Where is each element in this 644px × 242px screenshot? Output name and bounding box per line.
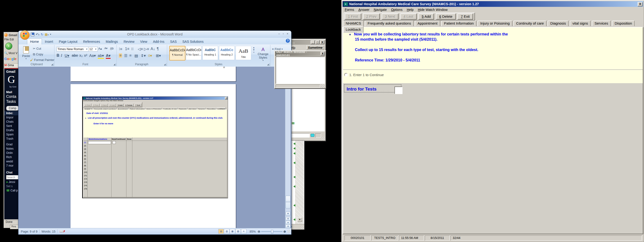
exit-button[interactable]: 7 Exit	[458, 13, 473, 20]
word-count[interactable]: Words: 15	[42, 230, 56, 233]
page-indicator[interactable]: Page: 9 of 9	[21, 230, 38, 233]
ribbon-tab-home[interactable]: Home	[27, 38, 42, 44]
menu-help[interactable]: Help	[405, 7, 416, 12]
ribbon-tab-sas-solutions[interactable]: SAS Solutions	[180, 39, 206, 44]
increase-indent-button[interactable]: ▷≡	[144, 47, 149, 51]
add-button[interactable]: 5 Add	[418, 13, 434, 20]
menu-navigate[interactable]: Navigate	[372, 7, 389, 12]
continue-radio[interactable]	[344, 73, 348, 77]
embedded-screenshot[interactable]: National Hospital Ambulatory Medical Car…	[82, 96, 228, 198]
next-page-button[interactable]: ⇊	[286, 224, 290, 228]
resize-grip[interactable]	[288, 230, 291, 233]
cut-button[interactable]: ✂ Cut	[33, 47, 41, 50]
ribbon-tab-page-layout[interactable]: Page Layout	[56, 39, 80, 44]
tab-nhamcs[interactable]: NHAMCS	[343, 20, 364, 26]
print-layout-view-button[interactable]: ▤	[218, 229, 224, 234]
maximize-button[interactable]: □	[315, 40, 320, 44]
clipboard-dialog-launcher[interactable]: ◢	[52, 63, 54, 66]
font-size-combo[interactable]: 12▼	[88, 47, 98, 52]
tab-patient-information[interactable]: Patient Information	[441, 20, 476, 26]
decrease-indent-button[interactable]: ◁≡	[138, 47, 143, 51]
qat-more-button[interactable]: ▾	[50, 33, 51, 35]
change-styles-button[interactable]: A Change Styles▾	[257, 47, 269, 61]
tab-vital-signs[interactable]: vital signs	[570, 20, 591, 26]
close-button[interactable]: X	[320, 52, 324, 56]
tab-lookback[interactable]: Lookback	[343, 26, 364, 33]
chat-search-input[interactable]	[6, 175, 20, 179]
ribbon-tab-insert[interactable]: Insert	[42, 39, 56, 44]
underline-button[interactable]: U▾	[65, 53, 69, 58]
draft-view-button[interactable]: ≡	[241, 229, 246, 234]
scrollbar-thumb[interactable]	[286, 196, 290, 208]
shading-button[interactable]: ◊▾	[148, 53, 152, 58]
tab-appointment[interactable]: Appointment	[415, 20, 440, 26]
undo-button[interactable]: ↶▾	[36, 33, 39, 36]
multilevel-list-button[interactable]: ⁝⁝	[131, 47, 134, 51]
save-button[interactable]	[31, 33, 34, 36]
bullets-button[interactable]: ⁝≡	[119, 47, 122, 51]
dep-titlebar[interactable]: DEP Watch Window - 00020101 X	[275, 51, 325, 56]
redo-button[interactable]: ↻	[41, 33, 43, 36]
close-button[interactable]: X	[638, 2, 642, 6]
delete-button[interactable]: 6 Delete	[436, 13, 456, 20]
paste-dropdown-arrow[interactable]: ▾	[22, 58, 30, 60]
line-spacing-button[interactable]: ⇕▾	[141, 53, 146, 58]
continue-radio-label[interactable]: 1. Enter 1 to Continue	[349, 73, 384, 77]
web-layout-view-button[interactable]: ▦	[230, 229, 235, 234]
shrink-font-button[interactable]: A▾	[104, 47, 108, 50]
zoom-in-button[interactable]: ⊕	[284, 230, 286, 233]
grow-font-button[interactable]: A▴	[98, 47, 102, 50]
italic-button[interactable]: I	[61, 53, 62, 58]
office-button[interactable]	[20, 30, 30, 40]
change-case-button[interactable]: Aa▾	[89, 53, 96, 58]
tab-services[interactable]: Services	[592, 20, 611, 26]
select-browse-object-button[interactable]: ●	[286, 221, 290, 224]
vertical-scrollbar[interactable]: ▲ ▼ ⇈ ● ⇊	[285, 67, 290, 228]
tab-injury-or-poisoning[interactable]: Injury or Poisoning	[478, 20, 512, 26]
scroll-down-button[interactable]: ▼	[286, 212, 290, 216]
document-page-9[interactable]: National Hospital Ambulatory Medical Car…	[70, 84, 236, 228]
outline-view-button[interactable]: ▧	[235, 229, 241, 234]
next-button[interactable]: 3 Next	[382, 13, 398, 20]
dep-content[interactable]	[276, 56, 325, 84]
chat-contact[interactable]: Jessi	[9, 180, 15, 184]
window-controls[interactable]: – ▫ ×	[278, 32, 289, 35]
chat-bubble-icon[interactable]	[311, 134, 314, 137]
clear-formatting-button[interactable]: A̲b	[110, 47, 114, 50]
font-dialog-launcher[interactable]: ◢	[114, 63, 116, 66]
tab-diagnosis[interactable]: Diagnosis	[548, 20, 568, 26]
help-button[interactable]: ?	[286, 39, 290, 43]
ribbon-tab-sas[interactable]: SAS	[167, 39, 180, 44]
style-title[interactable]: AaBTitle	[236, 46, 251, 60]
zoom-slider-thumb[interactable]	[271, 230, 273, 234]
strikethrough-button[interactable]: abe	[72, 53, 78, 58]
subscript-button[interactable]: x₂	[79, 53, 83, 58]
menu-answer[interactable]: Answer	[356, 7, 372, 12]
draw-table-button[interactable]: ▦▾	[45, 33, 48, 36]
close-button[interactable]: X	[320, 40, 324, 44]
minimize-button[interactable]: _	[311, 40, 315, 44]
nhamcs-titlebar[interactable]: ▸ National Hospital Ambulatory Medical C…	[342, 1, 643, 7]
first-button[interactable]: 1 First	[345, 13, 361, 20]
menu-hide-watch-window[interactable]: Hide Watch Window	[416, 7, 450, 12]
back-button[interactable]: ‹	[5, 43, 12, 50]
prev-button[interactable]: 2 Prev	[363, 13, 380, 20]
format-painter-button[interactable]: 🖌 Format Painter	[30, 58, 54, 62]
resize-grip[interactable]	[321, 84, 324, 88]
style-no-spacing[interactable]: AaBbCcDc¶ No Spaci...	[186, 46, 202, 60]
tab-disposition[interactable]: Disposition	[612, 20, 634, 26]
sort-button[interactable]: A↓	[150, 47, 155, 51]
styles-gallery-scroll[interactable]: ▲▼≡	[252, 46, 256, 53]
ribbon-tab-view[interactable]: View	[137, 39, 150, 44]
bold-button[interactable]: B	[56, 53, 60, 58]
menu-options[interactable]: Options	[389, 7, 405, 12]
font-color-button[interactable]: A▾	[106, 53, 110, 59]
zoom-level[interactable]: 85%	[250, 230, 256, 233]
copy-button[interactable]: ⧉ Copy	[33, 52, 43, 56]
ribbon-tab-addins[interactable]: Add-Ins	[150, 39, 167, 44]
highlight-button[interactable]: ab▾	[98, 53, 104, 59]
document-page-8[interactable]: 8	[70, 67, 236, 81]
resize-grip[interactable]	[301, 226, 304, 229]
intro-for-tests-input[interactable]	[394, 87, 402, 94]
align-center-button[interactable]: ☰	[124, 53, 128, 58]
